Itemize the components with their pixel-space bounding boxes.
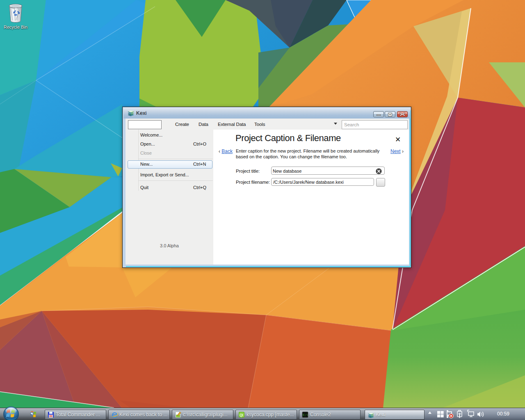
- svg-text:Qt: Qt: [240, 413, 244, 417]
- svg-text:C:\: C:\: [303, 413, 308, 417]
